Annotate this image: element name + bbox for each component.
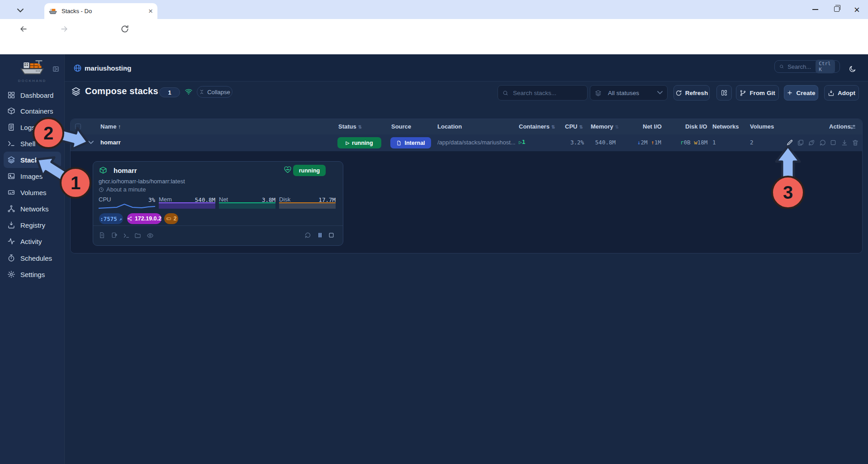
browser-tab-strip: Stacks - Do × × [0,0,868,19]
container-name: homarr [114,167,137,174]
browser-tab[interactable]: Stacks - Do × [44,3,157,19]
tab-title: Stacks - Do [62,8,101,14]
forward-icon[interactable] [60,24,69,33]
file-icon [396,140,402,146]
global-search[interactable]: Search... Ctrl K [774,60,840,73]
bookmarks-bar [0,40,868,54]
col-cpu[interactable]: CPU⇅ [565,123,583,130]
sidebar-item-networks[interactable]: Networks [4,201,61,217]
sidebar-item-activity[interactable]: Activity [4,233,61,249]
column-settings-icon[interactable] [849,124,856,130]
col-location: Location [437,123,462,130]
stack-name[interactable]: homarr [100,139,121,146]
registry-icon [7,221,15,229]
window-restore-button[interactable] [834,6,840,12]
pull-down-icon[interactable] [841,139,848,146]
project-chevron-icon[interactable] [123,67,129,70]
stop-icon[interactable] [830,139,837,146]
sidebar: DOCKHAND Dashboard Containers Logs Shell… [0,54,65,464]
git-branch-icon [740,90,746,96]
drive-icon [166,216,171,221]
col-diskio: Disk I/O [685,123,707,130]
status-filter-value: All statuses [608,90,639,96]
sidebar-item-stacks[interactable]: Stacks [4,152,61,168]
sort-icon: ⇅ [615,124,619,129]
create-button[interactable]: Create [784,85,818,100]
diskio-value: r0B w18M [680,139,707,146]
networks-icon [7,205,15,213]
sidebar-item-images[interactable]: Images [4,168,61,184]
restart-icon[interactable] [304,232,311,239]
collapse-button[interactable]: Collapse [197,86,232,98]
col-status[interactable]: Status⇅ [338,123,362,130]
folder-icon[interactable] [134,232,141,239]
select-all-checkbox[interactable] [75,124,81,129]
inspect-eye-icon[interactable] [147,232,154,239]
layout-toggle-button[interactable] [716,85,732,100]
window-close-button[interactable]: × [854,4,860,16]
col-volumes: Volumes [750,123,774,130]
from-git-button[interactable]: From Git [736,85,779,100]
adopt-button[interactable]: Adopt [824,85,859,100]
status-filter-select[interactable]: All statuses [590,85,668,100]
restart-icon[interactable] [819,139,826,146]
duplicate-icon[interactable] [797,139,804,146]
refresh-button[interactable]: Refresh [674,85,710,100]
pause-icon[interactable] [317,232,323,239]
sidebar-item-dashboard[interactable]: Dashboard [4,87,61,103]
tab-search-chevron-icon[interactable] [17,9,24,13]
terminal-icon[interactable] [123,232,130,239]
rocket-deploy-icon[interactable] [808,139,815,146]
sidebar-item-containers[interactable]: Containers [4,103,61,119]
screenshot-root: Stacks - Do × × Not secure 192.168.1.84:… [0,0,868,464]
ip-badge[interactable]: 172.19.0.2 [127,213,161,224]
expand-chevron-icon[interactable] [88,141,94,144]
annotation-step-1: 1 [60,167,91,199]
sidebar-item-volumes[interactable]: Volumes [4,184,61,201]
export-copy-icon[interactable] [111,232,118,239]
source-badge: Internal [390,137,431,148]
row-checkbox[interactable] [75,140,81,146]
reload-icon[interactable] [120,24,129,33]
layers-icon [595,90,602,96]
container-card-homarr[interactable]: homarr running ghcr.io/homarr-labs/homar… [93,161,343,246]
clock-icon [99,187,104,192]
compose-file-icon[interactable] [99,232,105,239]
stack-count-badge: 1 [159,87,180,97]
search-stacks-input[interactable] [512,89,583,97]
col-name[interactable]: Name ↑ [100,123,121,130]
external-link-icon: ↗ [119,216,122,221]
back-icon[interactable] [19,24,28,33]
chevron-down-icon [657,91,663,95]
window-minimize-button[interactable] [812,9,818,10]
card-divider [93,225,343,226]
collapse-icon [199,89,204,95]
container-image: ghcr.io/homarr-labs/homarr:latest [99,178,185,185]
disk-bar [279,202,336,209]
col-memory[interactable]: Memory⇅ [591,123,619,130]
tab-close-icon[interactable]: × [148,7,153,15]
mounts-badge[interactable]: 2 [164,213,178,224]
port-badge[interactable]: :7575↗ [99,213,123,224]
delete-trash-icon[interactable] [852,139,859,146]
container-uptime: About a minute [99,186,146,193]
stop-icon[interactable] [328,232,335,239]
containers-icon [7,107,15,115]
dark-mode-moon-icon[interactable] [849,65,856,73]
col-containers[interactable]: Containers⇅ [519,123,555,130]
sidebar-item-registry[interactable]: Registry [4,217,61,233]
dockhand-logo [19,58,45,81]
sidebar-item-schedules[interactable]: Schedules [4,250,61,266]
stack-row-homarr[interactable]: homarr ▷running Internal /app/data/stack… [71,134,862,152]
settings-icon [7,270,15,278]
search-icon [503,90,508,96]
refresh-icon [675,90,682,96]
sidebar-item-settings[interactable]: Settings [4,266,61,282]
edit-pencil-icon[interactable] [786,139,793,146]
dashboard-icon [7,91,15,99]
stack-location: /app/data/stacks/mariushost... [437,139,516,146]
cpu-value: 3.2% [557,139,584,146]
activity-icon [7,237,15,245]
sidebar-collapse-icon[interactable] [52,66,59,72]
container-status-badge: running [293,165,326,176]
